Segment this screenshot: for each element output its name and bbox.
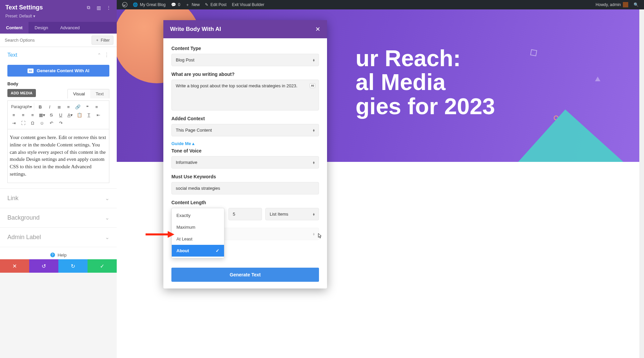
ai-icon: AI — [28, 69, 34, 73]
added-context-select[interactable]: This Page Content — [171, 124, 319, 136]
drag-icon[interactable]: ⧉ — [86, 5, 91, 10]
kebab-icon[interactable]: ⋮ — [104, 52, 109, 58]
content-type-label: Content Type — [171, 46, 319, 51]
expand-icon[interactable]: ▥ — [96, 5, 101, 10]
editor-toolbar: Paragraph ▾ B I ≣ ≡ 🔗 ❝ ≡ ≡ ≡ ≡ ▦▾ S U — [7, 100, 109, 129]
howdy-user[interactable]: Howdy, admin — [593, 0, 631, 9]
sidebar-title: Text Settings — [5, 4, 43, 11]
align-center-icon[interactable]: ≡ — [9, 111, 18, 119]
editor-tab-visual[interactable]: Visual — [68, 89, 90, 98]
length-option-about[interactable]: About✓ — [172, 245, 224, 257]
emoji-icon[interactable]: ☺ — [37, 119, 47, 127]
section-text-header[interactable]: Text ⌃⋮ — [0, 47, 117, 63]
body-editor[interactable]: Your content goes here. Edit or remove t… — [7, 129, 109, 183]
tone-label: Tone of Voice — [171, 148, 319, 153]
section-background[interactable]: Background⌄ — [0, 208, 117, 228]
number-list-icon[interactable]: ≡ — [64, 103, 73, 111]
comment-icon: 💬 — [171, 2, 176, 7]
length-option-exactly[interactable]: Exactly — [172, 210, 224, 221]
plus-icon: ＋ — [95, 37, 99, 43]
quote-icon[interactable]: ❝ — [83, 103, 92, 111]
caret-icon — [313, 129, 315, 132]
chevron-down-icon: ⌄ — [105, 215, 109, 221]
close-icon[interactable]: ✕ — [315, 26, 320, 33]
paste-icon[interactable]: 📋 — [75, 111, 84, 119]
link-icon[interactable]: 🔗 — [73, 103, 83, 111]
modal-header: Write Body With AI ✕ — [163, 20, 327, 38]
length-unit-select[interactable]: List Items — [265, 208, 319, 220]
bullet-list-icon[interactable]: ≣ — [54, 103, 64, 111]
edit-post-link[interactable]: ✎Edit Post — [202, 0, 229, 9]
about-textarea[interactable]: Write a blog post about the top social m… — [171, 80, 319, 110]
tab-design[interactable]: Design — [29, 22, 54, 34]
align-justify-icon[interactable]: ≡ — [28, 111, 37, 119]
search-filter-row: ＋Filter — [0, 34, 117, 47]
generate-content-ai-button[interactable]: AI Generate Content With AI — [7, 65, 109, 77]
italic-icon[interactable]: I — [45, 103, 54, 111]
chevron-up-icon: ⌃ — [97, 52, 101, 58]
search-icon[interactable]: 🔍 — [631, 0, 641, 9]
fullscreen-icon[interactable]: ⛶ — [18, 119, 28, 127]
undo-button[interactable]: ↺ — [29, 259, 58, 273]
content-type-select[interactable]: Blog Post — [171, 54, 319, 66]
editor-tab-text[interactable]: Text — [90, 89, 109, 98]
clear-format-icon[interactable]: T — [84, 111, 94, 119]
text-color-icon[interactable]: A▾ — [65, 111, 75, 119]
tone-select[interactable]: Informative — [171, 156, 319, 169]
table-icon[interactable]: ▦▾ — [37, 111, 47, 119]
scrollbar[interactable] — [639, 9, 644, 358]
help-icon: ? — [50, 253, 55, 257]
page-title: ur Reach: al Media gies for 2023 — [356, 46, 624, 118]
caret-icon — [313, 232, 315, 236]
underline-icon[interactable]: U — [56, 111, 65, 119]
section-admin-label[interactable]: Admin Label⌄ — [0, 228, 117, 247]
caret-icon — [313, 58, 315, 62]
help-link[interactable]: ?Help — [0, 247, 117, 260]
search-input[interactable] — [3, 36, 92, 45]
settings-sidebar: Text Settings ⧉ ▥ ⋮ Preset: Default ▾ Co… — [0, 0, 117, 273]
check-icon: ✓ — [216, 248, 219, 253]
add-media-button[interactable]: ADD MEDIA — [7, 89, 36, 97]
bold-icon[interactable]: B — [36, 103, 45, 111]
about-label: What are you writing about? — [171, 72, 319, 77]
keywords-label: Must Use Keywords — [171, 174, 319, 179]
wp-admin-bar: 🌐My Great Blog 💬0 ＋New ✎Edit Post Exit V… — [117, 0, 644, 9]
cursor-icon — [318, 233, 322, 238]
guide-me-toggle[interactable]: Guide Me ▴ — [171, 141, 319, 146]
strikethrough-icon[interactable]: S — [47, 111, 56, 119]
ai-icon[interactable]: AI — [310, 83, 315, 88]
length-number-input[interactable]: 5 — [228, 208, 262, 220]
cancel-button[interactable]: ✕ — [0, 259, 29, 273]
indent-icon[interactable]: ⇥ — [9, 119, 18, 127]
preset-selector[interactable]: Preset: Default ▾ — [5, 14, 111, 18]
bottom-actions: ✕ ↺ ↻ ✓ — [0, 259, 117, 273]
redo-button[interactable]: ↻ — [58, 259, 88, 273]
align-right-icon[interactable]: ≡ — [18, 111, 28, 119]
outdent-icon[interactable]: ⇤ — [94, 111, 103, 119]
length-option-at-least[interactable]: At Least — [172, 233, 224, 245]
tab-content[interactable]: Content — [0, 22, 29, 34]
exit-visual-builder-link[interactable]: Exit Visual Builder — [229, 0, 267, 9]
save-button[interactable]: ✓ — [88, 259, 117, 273]
comments-link[interactable]: 💬0 — [168, 0, 183, 9]
ai-modal: Write Body With AI ✕ Content Type Blog P… — [163, 20, 327, 288]
keywords-input[interactable]: social media strategies — [171, 182, 319, 194]
redo-icon[interactable]: ↷ — [56, 119, 65, 127]
new-link[interactable]: ＋New — [183, 0, 202, 9]
generate-text-button[interactable]: Generate Text — [171, 268, 319, 282]
sidebar-header: Text Settings ⧉ ▥ ⋮ Preset: Default ▾ — [0, 0, 117, 22]
wp-logo-icon[interactable] — [119, 0, 130, 9]
align-left-icon[interactable]: ≡ — [92, 103, 101, 111]
tab-advanced[interactable]: Advanced — [54, 22, 86, 34]
added-context-label: Added Context — [171, 116, 319, 121]
content-length-label: Content Length — [171, 200, 319, 205]
undo-icon[interactable]: ↶ — [47, 119, 56, 127]
kebab-icon[interactable]: ⋮ — [106, 5, 111, 10]
sidebar-tabs: Content Design Advanced — [0, 22, 117, 34]
filter-button[interactable]: ＋Filter — [92, 36, 113, 45]
site-name-link[interactable]: 🌐My Great Blog — [130, 0, 168, 9]
special-char-icon[interactable]: Ω — [28, 119, 37, 127]
paragraph-select[interactable]: Paragraph ▾ — [9, 103, 34, 111]
section-link[interactable]: Link⌄ — [0, 189, 117, 208]
length-option-maximum[interactable]: Maximum — [172, 221, 224, 233]
